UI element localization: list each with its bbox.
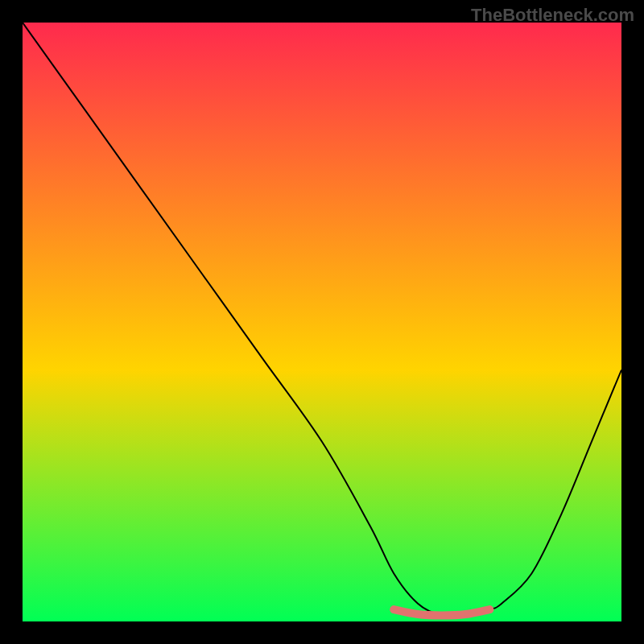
watermark-text: TheBottleneck.com [471,5,634,26]
chart-frame: TheBottleneck.com [0,0,644,644]
plot-area [23,23,621,621]
gradient-bg [23,23,621,621]
chart-svg [23,23,621,621]
